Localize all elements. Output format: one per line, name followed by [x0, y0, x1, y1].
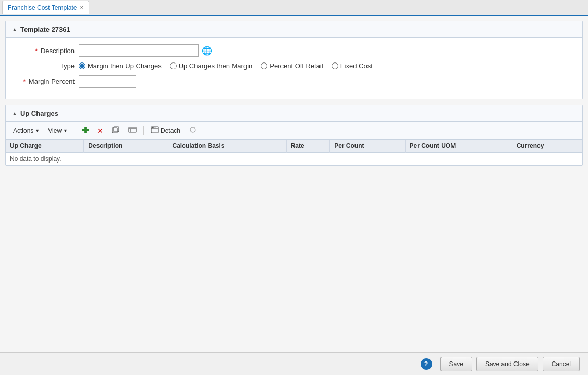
no-data-message: No data to display.	[6, 153, 582, 166]
delete-icon: ✕	[97, 127, 103, 135]
actions-button[interactable]: Actions ▼	[10, 126, 43, 135]
tab-bar: Franchise Cost Template ×	[0, 0, 588, 16]
radio-percent-retail-input[interactable]	[261, 63, 267, 69]
table-body: No data to display.	[6, 153, 582, 166]
margin-percent-input[interactable]	[79, 75, 136, 88]
type-label: Type	[16, 62, 79, 70]
table-header-row: Up Charge Description Calculation Basis …	[6, 140, 582, 153]
col-calculation-basis: Calculation Basis	[168, 140, 286, 153]
col-rate: Rate	[286, 140, 330, 153]
template-section-header: ▲ Template 27361	[6, 21, 582, 38]
template-section-title: Template 27361	[20, 26, 70, 33]
refresh-button[interactable]	[186, 125, 200, 136]
radio-up-margin[interactable]: Up Charges then Margin	[170, 62, 253, 70]
margin-percent-row: * Margin Percent	[16, 75, 572, 88]
col-per-count-uom: Per Count UOM	[405, 140, 512, 153]
description-label: * Description	[16, 47, 79, 55]
description-row: * Description 🌐	[16, 44, 572, 57]
edit-icon	[128, 126, 137, 135]
refresh-icon	[189, 126, 197, 135]
radio-up-margin-label: Up Charges then Margin	[179, 62, 253, 70]
col-description: Description	[84, 140, 168, 153]
tab-close-icon[interactable]: ×	[80, 5, 83, 10]
footer-bar: ? Save Save and Close Cancel	[0, 352, 588, 375]
radio-fixed-cost-input[interactable]	[332, 63, 338, 69]
delete-button[interactable]: ✕	[94, 126, 106, 136]
template-collapse-icon[interactable]: ▲	[12, 27, 17, 32]
description-required: *	[35, 47, 38, 55]
radio-fixed-cost[interactable]: Fixed Cost	[332, 62, 373, 70]
template-section: ▲ Template 27361 * Description 🌐 Type	[5, 21, 583, 99]
actions-label: Actions	[13, 127, 33, 134]
no-data-row: No data to display.	[6, 153, 582, 166]
tab-label: Franchise Cost Template	[8, 4, 77, 11]
radio-fixed-cost-label: Fixed Cost	[340, 62, 373, 70]
template-section-body: * Description 🌐 Type Margin then Up Char…	[6, 38, 582, 99]
svg-point-8	[153, 127, 154, 128]
svg-rect-2	[129, 127, 136, 132]
table-header: Up Charge Description Calculation Basis …	[6, 140, 582, 153]
add-button[interactable]: ✚	[79, 124, 92, 136]
detach-button[interactable]: Detach	[148, 125, 183, 136]
detach-label: Detach	[161, 127, 180, 134]
add-icon: ✚	[82, 126, 89, 135]
radio-margin-up-input[interactable]	[79, 63, 85, 69]
type-radio-group: Margin then Up Charges Up Charges then M…	[79, 62, 373, 70]
edit-button[interactable]	[125, 125, 140, 136]
upcharges-collapse-icon[interactable]: ▲	[12, 110, 17, 116]
radio-percent-retail-label: Percent Off Retail	[270, 62, 323, 70]
radio-margin-up-label: Margin then Up Charges	[88, 62, 162, 70]
upcharges-section: ▲ Up Charges Actions ▼ View ▼ ✚ ✕	[5, 105, 583, 166]
col-currency: Currency	[512, 140, 582, 153]
margin-percent-label: * Margin Percent	[16, 78, 79, 85]
detach-icon	[151, 126, 159, 135]
save-close-button[interactable]: Save and Close	[476, 357, 538, 371]
upcharges-section-header: ▲ Up Charges	[6, 105, 582, 122]
view-dropdown-arrow: ▼	[63, 128, 68, 133]
save-button[interactable]: Save	[440, 357, 472, 371]
actions-dropdown-arrow: ▼	[35, 128, 40, 133]
col-up-charge: Up Charge	[6, 140, 84, 153]
main-content: ▲ Template 27361 * Description 🌐 Type	[0, 16, 588, 352]
help-button[interactable]: ?	[421, 358, 432, 370]
radio-margin-up[interactable]: Margin then Up Charges	[79, 62, 162, 70]
upcharges-toolbar: Actions ▼ View ▼ ✚ ✕	[6, 122, 582, 140]
tab-franchise-cost-template[interactable]: Franchise Cost Template ×	[2, 1, 89, 14]
copy-icon	[112, 126, 120, 135]
upcharges-section-title: Up Charges	[20, 109, 58, 117]
margin-required: *	[23, 78, 26, 85]
toolbar-separator-1	[75, 126, 75, 135]
svg-point-9	[155, 127, 156, 128]
cancel-button[interactable]: Cancel	[543, 357, 580, 371]
svg-point-7	[152, 127, 153, 128]
globe-icon[interactable]: 🌐	[202, 46, 212, 56]
type-row: Type Margin then Up Charges Up Charges t…	[16, 62, 572, 70]
description-input[interactable]	[79, 44, 199, 57]
view-button[interactable]: View ▼	[45, 126, 71, 135]
upcharges-table: Up Charge Description Calculation Basis …	[6, 140, 582, 165]
radio-up-margin-input[interactable]	[170, 63, 177, 69]
toolbar-separator-2	[143, 126, 144, 135]
copy-button[interactable]	[108, 125, 123, 136]
radio-percent-retail[interactable]: Percent Off Retail	[261, 62, 323, 70]
view-label: View	[48, 127, 62, 134]
col-per-count: Per Count	[330, 140, 405, 153]
